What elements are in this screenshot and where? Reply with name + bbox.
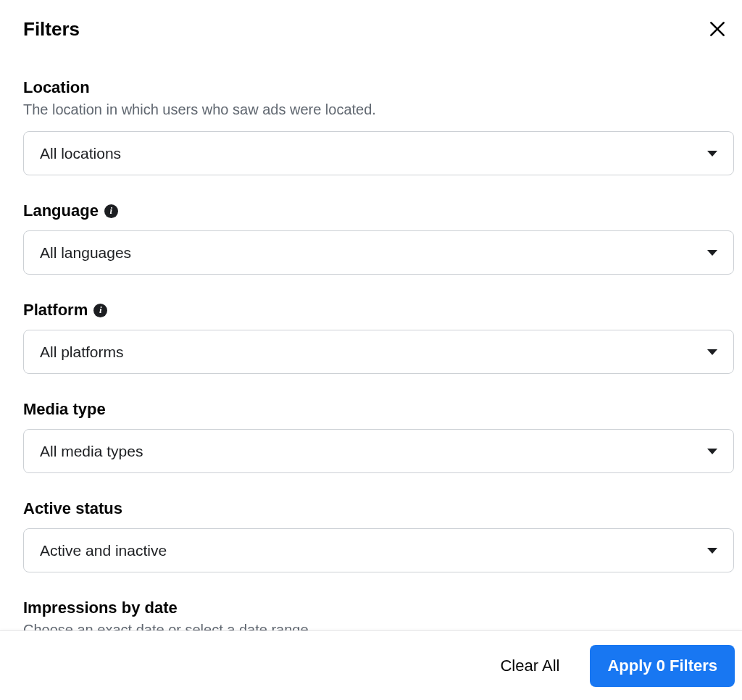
chevron-down-icon (707, 548, 717, 554)
language-label: Language (23, 201, 99, 220)
panel-footer: Clear All Apply 0 Filters (0, 630, 742, 700)
filter-section-platform: Platform i All platforms (23, 301, 732, 374)
language-select[interactable]: All languages (23, 230, 734, 275)
platform-select[interactable]: All platforms (23, 330, 734, 374)
chevron-down-icon (707, 250, 717, 256)
active-status-label: Active status (23, 499, 122, 518)
panel-title: Filters (23, 18, 80, 41)
impressions-description: Choose an exact date or select a date ra… (23, 622, 732, 630)
filter-section-location: Location The location in which users who… (23, 78, 732, 175)
chevron-down-icon (707, 151, 717, 157)
media-type-label: Media type (23, 400, 106, 419)
active-status-select-value: Active and inactive (40, 542, 167, 559)
media-type-select-value: All media types (40, 443, 143, 460)
location-label: Location (23, 78, 90, 97)
filter-section-impressions: Impressions by date Choose an exact date… (23, 599, 732, 630)
info-icon[interactable]: i (104, 204, 118, 218)
close-button[interactable] (703, 14, 732, 43)
chevron-down-icon (707, 349, 717, 355)
platform-label: Platform (23, 301, 88, 320)
chevron-down-icon (707, 449, 717, 454)
location-select-value: All locations (40, 145, 121, 162)
panel-header: Filters (23, 14, 732, 43)
impressions-label: Impressions by date (23, 599, 178, 617)
filter-section-language: Language i All languages (23, 201, 732, 275)
location-select[interactable]: All locations (23, 131, 734, 175)
clear-all-button[interactable]: Clear All (485, 646, 574, 686)
filter-section-media-type: Media type All media types (23, 400, 732, 473)
info-icon[interactable]: i (93, 304, 107, 317)
close-icon (708, 20, 727, 38)
apply-filters-button[interactable]: Apply 0 Filters (590, 645, 735, 687)
location-description: The location in which users who saw ads … (23, 101, 732, 118)
language-select-value: All languages (40, 244, 131, 262)
filter-section-active-status: Active status Active and inactive (23, 499, 732, 572)
media-type-select[interactable]: All media types (23, 429, 734, 473)
platform-select-value: All platforms (40, 343, 124, 361)
active-status-select[interactable]: Active and inactive (23, 528, 734, 572)
filters-panel: Filters Location The location in which u… (0, 0, 742, 630)
